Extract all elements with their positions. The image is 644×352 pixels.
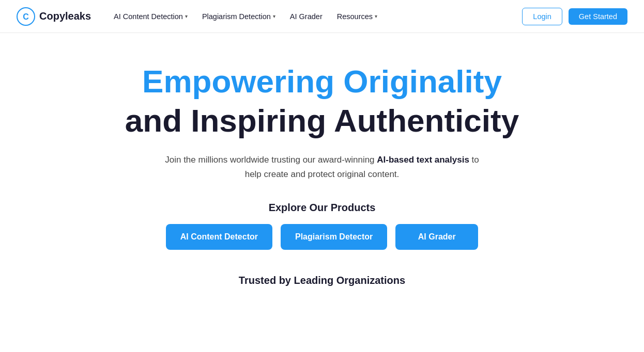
chevron-down-icon: ▾: [185, 13, 188, 19]
nav-item-ai-detection[interactable]: AI Content Detection ▾: [108, 8, 194, 25]
trusted-title: Trusted by Leading Organizations: [239, 275, 405, 286]
nav-item-grader[interactable]: AI Grader: [284, 8, 329, 25]
hero-title-dark: and Inspiring Authenticity: [125, 103, 519, 138]
nav-actions: Login Get Started: [522, 8, 627, 25]
navbar: C Copyleaks AI Content Detection ▾ Plagi…: [0, 0, 644, 33]
nav-item-resources[interactable]: Resources ▾: [331, 8, 384, 25]
get-started-button[interactable]: Get Started: [569, 8, 627, 25]
logo-link[interactable]: C Copyleaks: [17, 7, 91, 26]
chevron-down-icon: ▾: [375, 13, 377, 19]
svg-text:C: C: [23, 12, 29, 21]
explore-products-title: Explore Our Products: [269, 202, 376, 214]
nav-links: AI Content Detection ▾ Plagiarism Detect…: [108, 8, 522, 25]
logo-icon: C: [17, 7, 35, 26]
hero-title-blue: Empowering Originality: [142, 64, 502, 99]
login-button[interactable]: Login: [522, 8, 562, 25]
plagiarism-detector-button[interactable]: Plagiarism Detector: [281, 224, 387, 250]
hero-subtitle: Join the millions worldwide trusting our…: [157, 153, 487, 181]
chevron-down-icon: ▾: [273, 13, 275, 19]
logo-text: Copyleaks: [39, 10, 91, 22]
product-buttons: AI Content Detector Plagiarism Detector …: [166, 224, 479, 250]
ai-grader-button[interactable]: AI Grader: [395, 224, 478, 250]
hero-section: Empowering Originality and Inspiring Aut…: [0, 33, 644, 307]
ai-content-detector-button[interactable]: AI Content Detector: [166, 224, 272, 250]
nav-item-plagiarism[interactable]: Plagiarism Detection ▾: [196, 8, 282, 25]
